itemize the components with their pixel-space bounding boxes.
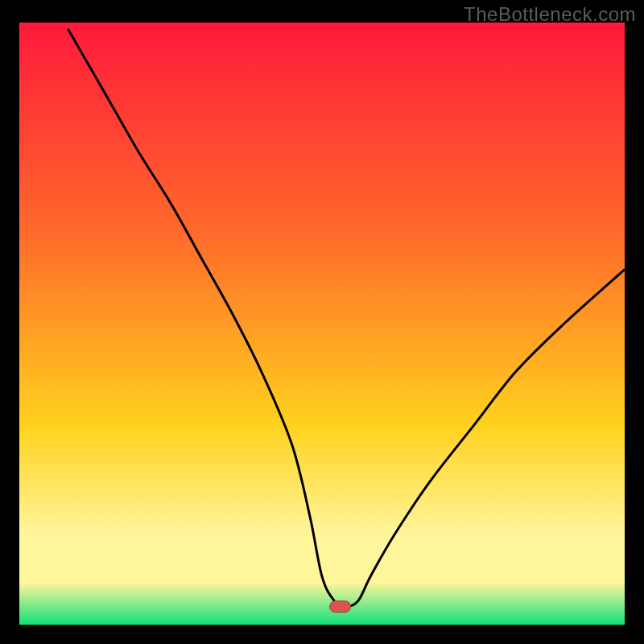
chart-frame: TheBottleneck.com [0, 0, 644, 644]
plot-area [19, 23, 625, 625]
gradient-background [19, 23, 625, 625]
bottleneck-chart [19, 23, 625, 625]
optimal-point-marker [330, 601, 351, 613]
watermark-text: TheBottleneck.com [464, 3, 636, 26]
